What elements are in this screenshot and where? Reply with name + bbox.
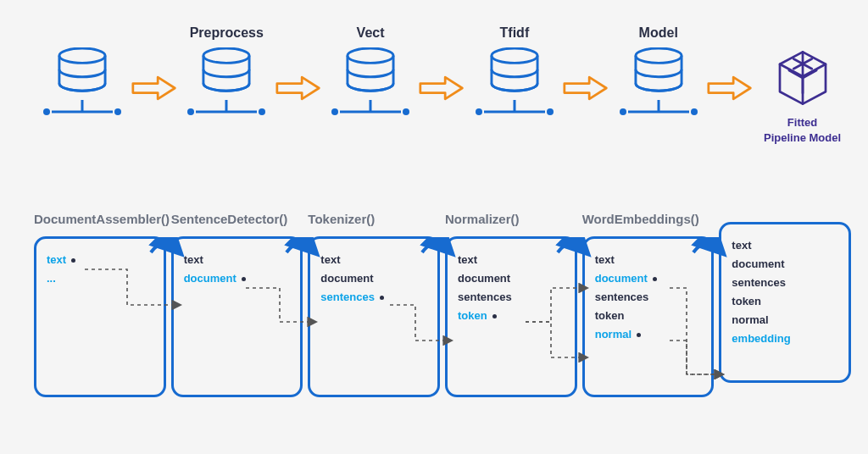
stage-0: DocumentAssembler()text... xyxy=(34,212,166,397)
stage-field: text xyxy=(184,251,291,269)
stage-field: normal xyxy=(732,311,838,329)
stage-label: WordEmbeddings() xyxy=(582,212,715,226)
pipeline-row: Preprocess Vect Tfidf Model Fitted Pipel… xyxy=(34,25,851,178)
stage-box: text... xyxy=(34,236,166,397)
stage-field: document xyxy=(595,269,702,288)
arrow-wrap xyxy=(131,25,178,127)
stage-2: Tokenizer()textdocumentsentences xyxy=(308,212,440,397)
arrow-wrap xyxy=(707,25,754,127)
pipeline-final: Fitted Pipeline Model xyxy=(754,25,851,145)
stage-field: sentences xyxy=(320,288,427,307)
pipeline-stage-label: Tfidf xyxy=(500,25,530,42)
stage-box: textdocumentsentences xyxy=(308,236,440,397)
pipeline-stage-3: Tfidf xyxy=(465,25,563,120)
stage-label: Tokenizer() xyxy=(308,212,440,226)
pipeline-stage-4: Model xyxy=(609,25,707,120)
arrow-icon xyxy=(131,75,178,101)
pipeline-stage-0 xyxy=(34,25,131,120)
cube-icon xyxy=(772,47,833,108)
pipeline-stage-label: Preprocess xyxy=(190,25,264,42)
database-base-icon xyxy=(328,100,413,120)
pipeline-final-caption: Fitted Pipeline Model xyxy=(764,115,841,145)
arrow-wrap xyxy=(275,25,322,127)
stage-field: text xyxy=(595,251,702,269)
stage-4: WordEmbeddings()textdocumentsentencestok… xyxy=(582,212,715,397)
stage-label: SentenceDetector() xyxy=(171,212,303,226)
database-base-icon xyxy=(184,100,269,120)
arrow-wrap xyxy=(563,25,609,127)
pipeline-stage-2: Vect xyxy=(322,25,420,120)
stages-row: DocumentAssembler()text...SentenceDetect… xyxy=(34,212,851,397)
arrow-icon xyxy=(563,75,609,101)
stage-field: document xyxy=(320,269,427,288)
stage-field: text xyxy=(732,236,838,255)
stage-field: document xyxy=(732,255,838,274)
stage-box: textdocumentsentencestoken xyxy=(445,236,577,397)
stage-field: ... xyxy=(47,269,153,288)
stage-field: sentences xyxy=(458,288,565,307)
stage-field: text xyxy=(47,251,153,269)
stage-field: document xyxy=(458,269,565,288)
stage-field: sentences xyxy=(595,288,702,307)
caption-line: Fitted xyxy=(787,116,817,129)
stage-field: token xyxy=(595,307,702,325)
stage-box: textdocumentsentencestokennormal xyxy=(582,236,715,397)
stage-field: sentences xyxy=(732,274,838,292)
database-base-icon xyxy=(40,100,125,120)
caption-line: Pipeline Model xyxy=(764,131,841,144)
arrow-wrap xyxy=(419,25,465,127)
stage-label: Normalizer() xyxy=(445,212,577,226)
arrow-icon xyxy=(275,75,322,101)
database-icon xyxy=(488,47,541,97)
stage-field: normal xyxy=(595,325,702,344)
stage-label: DocumentAssembler() xyxy=(34,212,166,226)
arrow-icon xyxy=(419,75,465,101)
stage-3: Normalizer()textdocumentsentencestoken xyxy=(445,212,577,397)
pipeline-stage-label: Model xyxy=(639,25,678,42)
stage-field: token xyxy=(732,292,838,311)
database-icon xyxy=(56,47,108,97)
pipeline-stage-label: Vect xyxy=(357,25,385,42)
database-icon xyxy=(632,47,685,97)
pipeline-stage-1: Preprocess xyxy=(178,25,275,120)
stage-field: text xyxy=(458,251,565,269)
database-icon xyxy=(200,47,253,97)
stage-field: text xyxy=(320,251,427,269)
stage-box: textdocument xyxy=(171,236,303,397)
database-base-icon xyxy=(616,100,701,120)
stage-field: embedding xyxy=(732,329,838,348)
database-base-icon xyxy=(472,100,557,120)
database-icon xyxy=(344,47,397,97)
stage-field: token xyxy=(458,307,565,325)
arrow-icon xyxy=(707,75,754,101)
stage-5: textdocumentsentencestokennormalembeddin… xyxy=(719,212,851,397)
stage-1: SentenceDetector()textdocument xyxy=(171,212,303,397)
stage-box: textdocumentsentencestokennormalembeddin… xyxy=(719,222,851,383)
stage-field: document xyxy=(184,269,291,288)
